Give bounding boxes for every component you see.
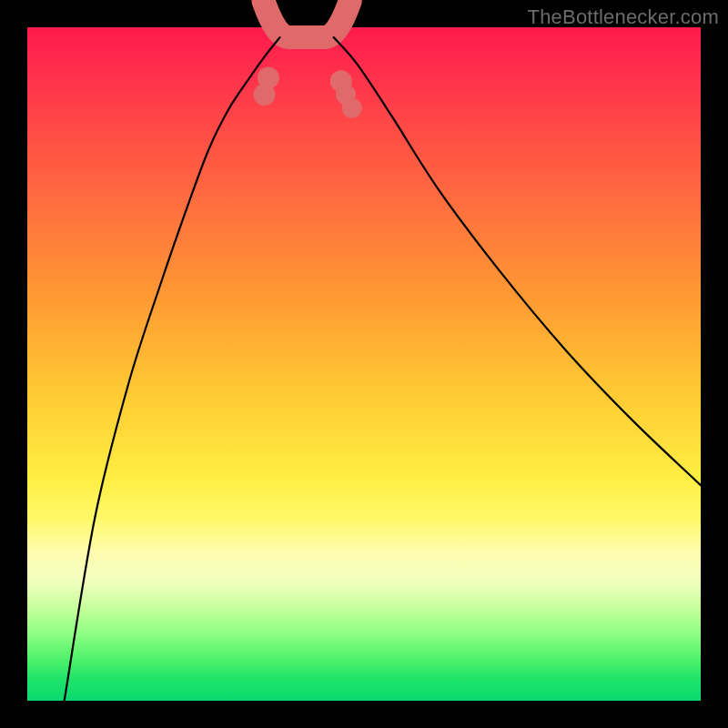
plot-area bbox=[27, 27, 701, 701]
right-curve bbox=[334, 37, 701, 485]
chart-frame: TheBottlenecker.com bbox=[0, 0, 728, 728]
curve-dot bbox=[342, 98, 362, 118]
base-highlight bbox=[264, 1, 350, 37]
curve-layer bbox=[27, 27, 701, 701]
curve-dot bbox=[258, 67, 279, 89]
left-curve bbox=[65, 37, 280, 701]
watermark-text: TheBottlenecker.com bbox=[528, 5, 719, 29]
